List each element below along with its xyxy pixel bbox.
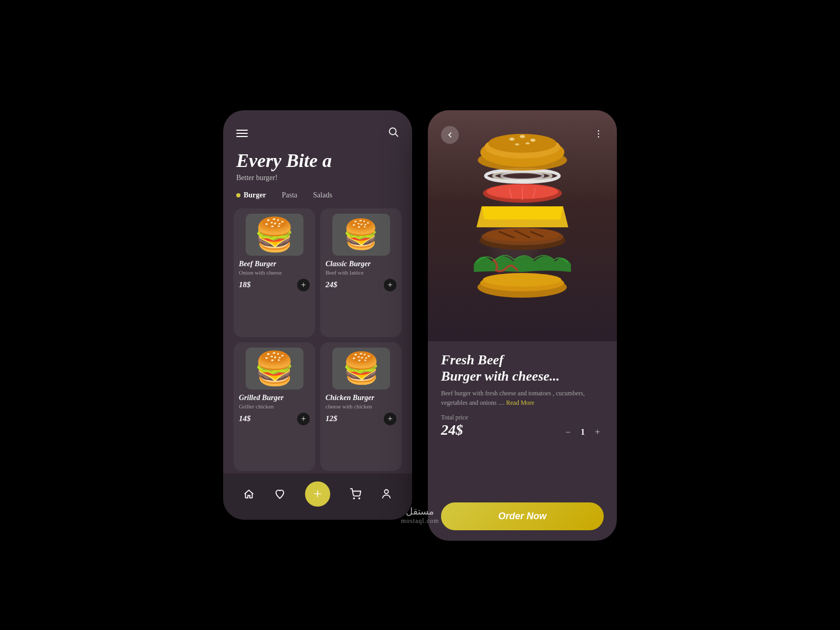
nav-add[interactable]: + xyxy=(305,481,330,507)
quantity-increase-button[interactable]: + xyxy=(591,426,604,438)
hero-section: Every Bite a Better burger! xyxy=(223,145,412,185)
classic-burger-image: 🍔 xyxy=(332,214,390,256)
beef-burger-footer: 18$ + xyxy=(239,279,310,291)
quantity-decrease-button[interactable]: − xyxy=(562,426,574,438)
quantity-control: − 1 + xyxy=(562,426,604,438)
food-card-grilled-burger[interactable]: 🍔 Grilled Burger Griller chicken 14$ + xyxy=(234,342,315,471)
chicken-burger-price: 12$ xyxy=(326,414,338,423)
quantity-value: 1 xyxy=(581,427,585,437)
more-options-button[interactable] xyxy=(593,129,604,142)
total-price-label: Total price xyxy=(441,414,468,422)
add-chicken-burger-button[interactable]: + xyxy=(384,413,396,425)
detail-product-description: Beef burger with fresh cheese and tomato… xyxy=(441,388,604,407)
category-tabs: Burger Pasta Salads xyxy=(223,185,412,206)
price-quantity-row: Total price 24$ − 1 + xyxy=(441,414,604,438)
classic-burger-price: 24$ xyxy=(326,280,338,289)
classic-burger-footer: 24$ + xyxy=(326,279,396,291)
search-icon[interactable] xyxy=(387,126,399,140)
tab-burger[interactable]: Burger xyxy=(236,191,266,200)
tab-pasta[interactable]: Pasta xyxy=(282,191,298,200)
chicken-burger-name: Chicken Burger xyxy=(326,394,396,402)
grilled-burger-desc: Griller chicken xyxy=(239,403,310,410)
svg-point-4 xyxy=(384,490,388,494)
bottom-navigation: + xyxy=(223,474,412,520)
read-more-link[interactable]: Read More xyxy=(506,399,534,406)
svg-point-0 xyxy=(390,128,396,135)
total-price: 24$ xyxy=(441,422,468,438)
detail-product-title: Fresh BeefBurger with cheese... xyxy=(441,352,604,384)
svg-point-7 xyxy=(598,136,600,138)
phone-detail-screen: Fresh BeefBurger with cheese... Beef bur… xyxy=(428,110,617,541)
watermark: مستقل mostaql.com xyxy=(401,506,439,525)
grilled-burger-image: 🍔 xyxy=(246,348,303,390)
svg-point-3 xyxy=(359,498,360,499)
chicken-burger-image: 🍔 xyxy=(332,348,390,390)
beef-burger-image: 🍔 xyxy=(246,214,303,256)
svg-point-5 xyxy=(598,130,600,131)
order-now-button[interactable]: Order Now xyxy=(441,502,604,530)
hamburger-menu-icon[interactable] xyxy=(236,130,248,137)
phones-container: Every Bite a Better burger! Burger Pasta… xyxy=(223,89,617,541)
back-button[interactable] xyxy=(441,126,459,144)
food-card-classic-burger[interactable]: 🍔 Classic Burger Beef with lattice 24$ + xyxy=(320,208,402,337)
watermark-latin-text: mostaql.com xyxy=(401,517,439,525)
nav-profile[interactable] xyxy=(381,488,392,500)
nav-favorites[interactable] xyxy=(274,488,286,500)
grilled-burger-footer: 14$ + xyxy=(239,413,310,425)
nav-cart[interactable] xyxy=(350,488,361,500)
price-section: Total price 24$ xyxy=(441,414,468,438)
active-indicator xyxy=(236,193,240,197)
svg-point-6 xyxy=(598,133,600,134)
classic-burger-desc: Beef with lattice xyxy=(326,269,396,276)
phone-menu-screen: Every Bite a Better burger! Burger Pasta… xyxy=(223,110,412,520)
add-grilled-burger-button[interactable]: + xyxy=(297,413,310,425)
food-grid: 🍔 Beef Burger Onion with cheese 18$ + 🍔 … xyxy=(223,206,412,474)
add-beef-burger-button[interactable]: + xyxy=(297,279,310,291)
svg-line-1 xyxy=(395,134,398,136)
svg-point-2 xyxy=(353,498,354,499)
chicken-burger-footer: 12$ + xyxy=(326,413,396,425)
watermark-arabic-text: مستقل xyxy=(401,506,439,517)
grilled-burger-name: Grilled Burger xyxy=(239,394,310,402)
classic-burger-name: Classic Burger xyxy=(326,260,396,268)
beef-burger-price: 18$ xyxy=(239,280,251,289)
food-card-beef-burger[interactable]: 🍔 Beef Burger Onion with cheese 18$ + xyxy=(234,208,315,337)
detail-header xyxy=(428,110,617,149)
chicken-burger-desc: cheese with chicken xyxy=(326,403,396,410)
hero-title: Every Bite a xyxy=(236,151,399,172)
nav-home[interactable] xyxy=(243,488,255,500)
svg-point-19 xyxy=(501,172,543,180)
beef-burger-desc: Onion with cheese xyxy=(239,269,310,276)
hero-subtitle: Better burger! xyxy=(236,174,399,182)
food-card-chicken-burger[interactable]: 🍔 Chicken Burger cheese with chicken 12$… xyxy=(320,342,402,471)
grilled-burger-price: 14$ xyxy=(239,414,251,423)
add-classic-burger-button[interactable]: + xyxy=(384,279,396,291)
detail-info-section: Fresh BeefBurger with cheese... Beef bur… xyxy=(428,341,617,497)
menu-header xyxy=(223,110,412,145)
beef-burger-name: Beef Burger xyxy=(239,260,310,268)
tab-salads[interactable]: Salads xyxy=(313,191,332,200)
